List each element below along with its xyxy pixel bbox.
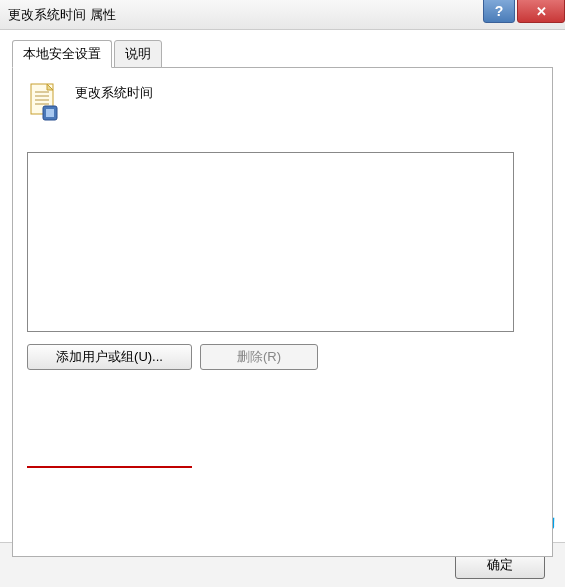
policy-document-icon — [27, 82, 61, 122]
tab-explain[interactable]: 说明 — [114, 40, 162, 68]
dialog-body: 本地安全设置 说明 更改系统时间 添加用户或组(U)... 删除(R) — [0, 30, 565, 569]
window-title: 更改系统时间 属性 — [8, 6, 116, 24]
svg-rect-7 — [46, 109, 54, 117]
delete-button: 删除(R) — [200, 344, 318, 370]
members-listbox[interactable] — [27, 152, 514, 332]
close-button[interactable]: ✕ — [517, 0, 565, 23]
highlight-underline — [27, 466, 192, 468]
policy-header: 更改系统时间 — [27, 82, 538, 122]
tab-content: 更改系统时间 添加用户或组(U)... 删除(R) — [12, 67, 553, 557]
tab-strip: 本地安全设置 说明 — [12, 40, 553, 68]
title-buttons: ? ✕ — [483, 0, 565, 23]
help-button[interactable]: ? — [483, 0, 515, 23]
titlebar: 更改系统时间 属性 ? ✕ — [0, 0, 565, 30]
add-user-or-group-button[interactable]: 添加用户或组(U)... — [27, 344, 192, 370]
policy-name: 更改系统时间 — [75, 82, 153, 102]
button-row: 添加用户或组(U)... 删除(R) — [27, 344, 538, 370]
tab-local-security-settings[interactable]: 本地安全设置 — [12, 40, 112, 68]
